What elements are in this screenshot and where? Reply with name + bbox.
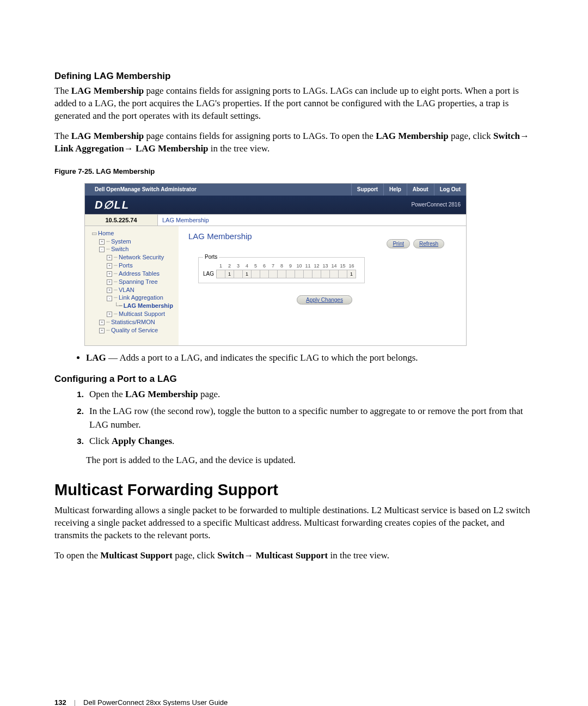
tree-vlan[interactable]: +┈VLAN [91, 286, 179, 294]
lbl: Multicast Support [119, 311, 165, 317]
step-1: Open the LAG Membership page. [86, 388, 536, 401]
ports-header-row: 1 2 3 4 5 6 7 8 9 10 11 [203, 262, 356, 270]
lbl: Home [98, 230, 114, 236]
arrow: → [244, 550, 255, 561]
lbl: Switch [111, 246, 128, 252]
tree-stats[interactable]: +┈Statistics/RMON [91, 318, 179, 326]
term: LAG [86, 352, 106, 363]
h: 9 [286, 262, 295, 270]
h: 12 [313, 262, 321, 270]
tree-net[interactable]: +┈Network Security [91, 253, 179, 261]
h: 8 [278, 262, 286, 270]
b: Link Aggregation [54, 143, 124, 154]
h: 2 [225, 262, 234, 270]
ports-legend: Ports [203, 254, 219, 260]
lbl: Address Tables [119, 270, 160, 277]
b: Apply Changes [112, 436, 172, 446]
b: LAG Membership [376, 131, 449, 141]
lag-cell[interactable]: 1 [243, 270, 252, 278]
b: LAG Membership [136, 143, 209, 154]
step-3: Click Apply Changes. [86, 435, 536, 448]
b: Multicast Support [100, 550, 173, 561]
lbl: VLAN [119, 287, 134, 293]
lbl: Ports [119, 262, 133, 269]
lag-cell[interactable] [217, 270, 225, 278]
tree-lagm[interactable]: └┈LAG Membership [91, 302, 179, 310]
t: Click [89, 436, 112, 446]
h: 16 [347, 262, 356, 270]
tab-support[interactable]: Support [351, 184, 383, 196]
b: Switch [493, 131, 520, 141]
rest: — Adds a port to a LAG, and indicates th… [106, 352, 418, 363]
lbl: Link Aggregation [119, 294, 163, 301]
app-title: Dell OpenManage Switch Administrator [85, 186, 351, 192]
lag-cell[interactable] [313, 270, 321, 278]
lag-cell[interactable] [339, 270, 347, 278]
h: 1 [217, 262, 225, 270]
t: in the tree view. [209, 143, 270, 154]
step-result: The port is added to the LAG, and the de… [86, 454, 536, 467]
b: Multicast Support [256, 550, 328, 561]
heading-multicast: Multicast Forwarding Support [54, 481, 536, 499]
tree-span[interactable]: +┈Spanning Tree [91, 278, 179, 286]
h: 11 [304, 262, 313, 270]
lag-cell[interactable] [330, 270, 339, 278]
guide-title: Dell PowerConnect 28xx Systems User Guid… [83, 698, 228, 706]
lag-cell[interactable]: 1 [225, 270, 234, 278]
lag-cell[interactable] [278, 270, 286, 278]
lag-cell[interactable] [295, 270, 304, 278]
tree-switch[interactable]: -┈Switch [91, 245, 179, 253]
refresh-button[interactable]: Refresh [413, 239, 444, 248]
tree-ports[interactable]: +┈Ports [91, 261, 179, 270]
tab-logout[interactable]: Log Out [434, 184, 466, 196]
lbl: System [111, 238, 131, 245]
h: 3 [234, 262, 243, 270]
apply-changes-button[interactable]: Apply Changes [297, 295, 352, 305]
t: page. [198, 389, 220, 399]
b: LAG Membership [71, 131, 144, 141]
t: page, click [449, 131, 493, 141]
h: 4 [243, 262, 252, 270]
b: LAG Membership [125, 389, 198, 399]
tree-system[interactable]: +┈System [91, 238, 179, 246]
lag-cell[interactable] [252, 270, 260, 278]
lag-cell[interactable] [304, 270, 313, 278]
page-footer: 132 | Dell PowerConnect 28xx Systems Use… [54, 698, 536, 706]
figure-caption: Figure 7-25. LAG Membership [54, 167, 536, 175]
screenshot: Dell OpenManage Switch Administrator Sup… [84, 183, 467, 346]
tab-about[interactable]: About [407, 184, 434, 196]
nav-tree: ▭Home +┈System -┈Switch +┈Network Securi… [85, 226, 179, 345]
lag-cell[interactable]: 1 [347, 270, 356, 278]
tab-help[interactable]: Help [383, 184, 407, 196]
h: 5 [252, 262, 260, 270]
lag-cell[interactable] [269, 270, 278, 278]
tree-lagg[interactable]: -┈Link Aggregation [91, 294, 179, 302]
para-2: The LAG Membership page contains fields … [54, 130, 536, 155]
h: 7 [269, 262, 278, 270]
mc-para-2: To open the Multicast Support page, clic… [54, 550, 536, 562]
h: 10 [295, 262, 304, 270]
ip-address: 10.5.225.74 [85, 215, 158, 226]
lag-cell[interactable] [321, 270, 330, 278]
lbl: Spanning Tree [119, 278, 158, 285]
heading-defining: Defining LAG Membership [54, 71, 536, 82]
tree-qos[interactable]: +┈Quality of Service [91, 326, 179, 334]
product-name: PowerConnect 2816 [411, 202, 466, 208]
t: Open the [89, 389, 125, 399]
tree-mcast[interactable]: +┈Multicast Support [91, 310, 179, 318]
lbl: Statistics/RMON [111, 319, 155, 325]
t: To open the [54, 550, 100, 561]
t: in the tree view. [328, 550, 389, 561]
tree-home[interactable]: ▭Home [91, 229, 179, 238]
h: 6 [260, 262, 269, 270]
lag-cell[interactable] [234, 270, 243, 278]
arrow: → [124, 143, 136, 154]
lag-cell[interactable] [286, 270, 295, 278]
dell-logo: D∅LL [85, 198, 130, 211]
tree-addr[interactable]: +┈Address Tables [91, 270, 179, 278]
footer-sep: | [74, 698, 76, 706]
h: 15 [339, 262, 347, 270]
print-button[interactable]: Print [387, 239, 410, 248]
step-2: In the LAG row (the second row), toggle … [86, 405, 536, 431]
lag-cell[interactable] [260, 270, 269, 278]
